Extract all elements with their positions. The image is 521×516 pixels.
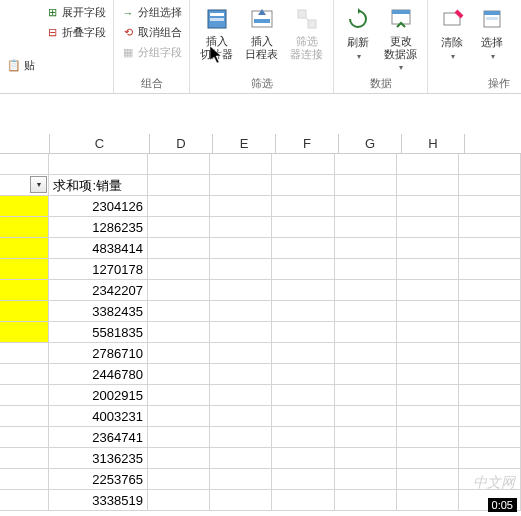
cell[interactable] [272,427,334,448]
cell[interactable] [459,238,521,259]
cell[interactable] [272,385,334,406]
cell[interactable] [148,196,210,217]
cell[interactable] [148,238,210,259]
cell[interactable] [397,406,459,427]
cell[interactable] [148,217,210,238]
cell[interactable] [210,364,272,385]
cell[interactable] [272,280,334,301]
col-header-blank[interactable] [0,134,50,153]
cell[interactable] [148,280,210,301]
cell[interactable] [397,343,459,364]
value-cell[interactable]: 2446780 [49,364,148,385]
cell-b[interactable] [0,448,49,469]
cell[interactable] [148,469,210,490]
cell[interactable] [335,385,397,406]
cell[interactable] [210,385,272,406]
cell[interactable] [272,490,334,511]
cell[interactable] [210,490,272,511]
value-cell[interactable]: 1286235 [49,217,148,238]
cell[interactable] [272,175,334,196]
cell[interactable] [210,301,272,322]
cell[interactable] [335,448,397,469]
cell[interactable] [397,154,459,175]
cell[interactable] [148,427,210,448]
value-cell[interactable]: 3382435 [49,301,148,322]
value-cell[interactable]: 4003231 [49,406,148,427]
cell[interactable] [335,322,397,343]
cell-b[interactable] [0,217,49,238]
cell[interactable] [335,217,397,238]
paste-button[interactable]: 📋 贴 [4,56,38,75]
cell[interactable] [459,448,521,469]
pivot-filter-cell[interactable] [0,175,49,196]
cell[interactable] [459,427,521,448]
cell[interactable] [335,154,397,175]
cell[interactable] [459,364,521,385]
ungroup-button[interactable]: ⟲ 取消组合 [118,23,185,42]
cell-b[interactable] [0,196,49,217]
cell[interactable] [335,364,397,385]
cell[interactable] [459,280,521,301]
value-cell[interactable]: 2786710 [49,343,148,364]
cell-b[interactable] [0,238,49,259]
cell[interactable] [459,406,521,427]
cell[interactable] [397,385,459,406]
cell[interactable] [459,385,521,406]
cell[interactable] [397,364,459,385]
cell[interactable] [397,238,459,259]
cell-b[interactable] [0,364,49,385]
cell[interactable] [148,406,210,427]
cell[interactable] [210,196,272,217]
cell[interactable] [272,154,334,175]
cell[interactable] [397,301,459,322]
cell[interactable] [397,196,459,217]
cell[interactable] [397,280,459,301]
cell-b[interactable] [0,406,49,427]
cell[interactable] [335,343,397,364]
cell[interactable] [272,196,334,217]
cell[interactable] [335,469,397,490]
cell[interactable] [459,175,521,196]
value-cell[interactable]: 3136235 [49,448,148,469]
col-header-d[interactable]: D [150,134,213,153]
cell[interactable] [210,343,272,364]
cell[interactable] [397,259,459,280]
cell[interactable] [148,154,210,175]
cell[interactable] [272,364,334,385]
cell[interactable] [397,175,459,196]
cell[interactable] [210,280,272,301]
expand-field-button[interactable]: ⊞ 展开字段 [42,3,109,22]
cell-b[interactable] [0,490,49,511]
cell[interactable] [148,175,210,196]
cell[interactable] [272,259,334,280]
value-cell[interactable]: 2253765 [49,469,148,490]
change-source-button[interactable]: 更改 数据源 [378,3,423,74]
cell-b[interactable] [0,343,49,364]
cell[interactable] [459,154,521,175]
cell[interactable] [272,322,334,343]
col-header-h[interactable]: H [402,134,465,153]
value-cell[interactable]: 2304126 [49,196,148,217]
group-select-button[interactable]: → 分组选择 [118,3,185,22]
value-cell[interactable]: 3338519 [49,490,148,511]
cell[interactable] [397,469,459,490]
insert-slicer-button[interactable]: 插入 切片器 [194,3,239,74]
cell[interactable] [397,427,459,448]
cell-b[interactable] [0,280,49,301]
cell[interactable] [272,217,334,238]
group-field-button[interactable]: ▦ 分组字段 [118,43,185,62]
cell[interactable] [335,427,397,448]
value-cell[interactable]: 2364741 [49,427,148,448]
cell[interactable] [148,364,210,385]
cell[interactable] [397,448,459,469]
cell[interactable] [459,259,521,280]
cell[interactable] [335,490,397,511]
cell-b[interactable] [0,322,49,343]
pivot-header-cell[interactable]: 求和项:销量 [49,175,148,196]
insert-timeline-button[interactable]: 插入 日程表 [239,3,284,74]
cell[interactable] [210,259,272,280]
filter-dropdown-button[interactable] [30,176,47,193]
cell[interactable] [148,343,210,364]
cell[interactable] [335,280,397,301]
cell-c[interactable] [49,154,148,175]
